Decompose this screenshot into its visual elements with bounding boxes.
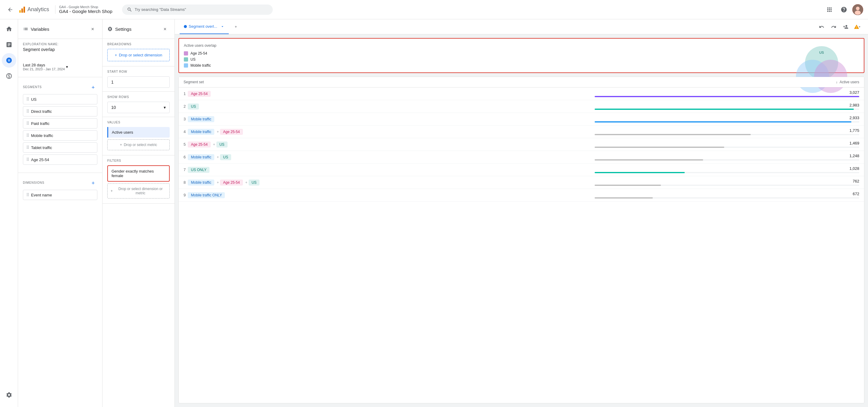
- drag-dots-icon: ⠿: [26, 121, 29, 126]
- segment-chip[interactable]: ⠿Paid traffic: [23, 118, 97, 128]
- warning-button[interactable]: [852, 22, 863, 32]
- chart-area: Active users overlap Age 25-54 US Mobile…: [179, 38, 864, 73]
- bar-container: [595, 172, 859, 173]
- main-content: Segment overl... +: [175, 19, 868, 407]
- drag-dots-icon: ⠿: [26, 133, 29, 138]
- filter-chip[interactable]: Gender exactly matches female: [107, 165, 170, 182]
- sidebar-explore-icon[interactable]: [2, 53, 16, 67]
- start-row-section: START ROW: [102, 66, 175, 92]
- property-sub: GA4 - Google Merch Shop: [59, 5, 113, 9]
- table-row[interactable]: 6 Mobile traffic+US 1,248: [179, 151, 864, 164]
- variables-title: Variables: [23, 26, 49, 32]
- property-selector[interactable]: GA4 - Google Merch Shop GA4 - Google Mer…: [55, 5, 113, 14]
- metric-cell: 1,775: [590, 125, 864, 138]
- table-row[interactable]: 9 Mobile traffic ONLY 672: [179, 189, 864, 202]
- app-logo: Analytics: [19, 6, 49, 13]
- drag-dots-icon: ⠿: [26, 157, 29, 162]
- segment-cell: 2 US: [179, 100, 590, 113]
- segment-chip[interactable]: ⠿Age 25-54: [23, 154, 97, 165]
- bar-container: [595, 159, 859, 161]
- segment-badge: US: [220, 154, 231, 160]
- segment-cell: 1 Age 25-54: [179, 87, 590, 100]
- dimension-chip[interactable]: ⠿Event name: [23, 190, 97, 200]
- drop-dim-metric-zone[interactable]: + Drop or select dimension or metric: [107, 183, 170, 199]
- table-row[interactable]: 5 Age 25-54+US 1,469: [179, 138, 864, 151]
- show-rows-select[interactable]: 10 ▾: [107, 102, 170, 113]
- chart-legend: Age 25-54 US Mobile traffic: [184, 51, 859, 67]
- col-metric-header[interactable]: ↓ Active users: [590, 77, 864, 87]
- settings-title: Settings: [107, 26, 131, 32]
- tab-segment-overlap[interactable]: Segment overl...: [180, 19, 229, 34]
- tab-dot-icon: [184, 25, 187, 28]
- drag-dots-icon: ⠿: [26, 193, 29, 197]
- undo-button[interactable]: [816, 22, 827, 32]
- segment-badge: Mobile traffic ONLY: [188, 192, 225, 198]
- add-user-button[interactable]: [840, 22, 851, 32]
- settings-close-button[interactable]: ✕: [160, 24, 170, 34]
- redo-button[interactable]: [828, 22, 839, 32]
- bar-fill: [595, 159, 703, 161]
- dimensions-label: DIMENSIONS: [23, 181, 44, 184]
- bar-fill: [595, 134, 751, 135]
- legend-color-mobile: [184, 63, 188, 67]
- search-area[interactable]: Try searching "Data Streams": [122, 4, 273, 15]
- exploration-label: EXPLORATION NAME:: [23, 42, 97, 46]
- segment-badge: US: [249, 179, 260, 185]
- variables-header: Variables ✕: [18, 19, 102, 39]
- table-area: Segment set ↓ Active users 1 Age 25-54 3…: [179, 77, 864, 403]
- top-nav: Analytics GA4 - Google Merch Shop GA4 - …: [0, 0, 868, 19]
- filters-section: FILTERS Gender exactly matches female + …: [102, 155, 175, 204]
- segment-cell: 9 Mobile traffic ONLY: [179, 189, 590, 202]
- sidebar-reports-icon[interactable]: [2, 37, 16, 52]
- segment-chip[interactable]: ⠿Tablet traffic: [23, 142, 97, 153]
- table-row[interactable]: 3 Mobile traffic 2,933: [179, 113, 864, 125]
- sidebar-home-icon[interactable]: [2, 22, 16, 36]
- segment-badge: US ONLY: [188, 167, 210, 173]
- bar-fill: [595, 96, 859, 97]
- bar-fill: [595, 185, 661, 186]
- segment-badge: Age 25-54: [188, 142, 210, 148]
- table-row[interactable]: 4 Mobile traffic+Age 25-54 1,775: [179, 125, 864, 138]
- back-button[interactable]: [5, 4, 16, 15]
- legend-item-age: Age 25-54: [184, 51, 859, 56]
- values-section: VALUES Active users + Drop or select met…: [102, 117, 175, 155]
- exploration-name: Segment overlap: [23, 47, 97, 52]
- drop-dimension-zone[interactable]: + Drop or select dimension: [107, 49, 170, 61]
- segment-chip[interactable]: ⠿Direct traffic: [23, 106, 97, 116]
- segment-chip[interactable]: ⠿Mobile traffic: [23, 130, 97, 141]
- bar-fill: [595, 172, 684, 173]
- app-title: Analytics: [27, 6, 49, 13]
- date-range-sub: Dec 21, 2023 - Jan 17, 2024: [23, 67, 65, 71]
- svg-text:US: US: [819, 51, 824, 54]
- segment-chip[interactable]: ⠿US: [23, 94, 97, 105]
- nav-actions: [824, 4, 863, 16]
- user-avatar[interactable]: [852, 4, 863, 15]
- col-segment-header: Segment set: [179, 77, 590, 87]
- variables-close-button[interactable]: ✕: [88, 24, 97, 34]
- start-row-input[interactable]: [107, 76, 170, 88]
- metric-cell: 762: [590, 176, 864, 189]
- table-row[interactable]: 7 US ONLY 1,028: [179, 164, 864, 176]
- apps-icon[interactable]: [824, 4, 835, 16]
- sidebar-settings-icon[interactable]: [2, 388, 16, 402]
- active-users-value-chip[interactable]: Active users: [107, 127, 170, 138]
- sidebar-advertising-icon[interactable]: [2, 69, 16, 83]
- dimensions-section: DIMENSIONS + ⠿Event name: [18, 175, 102, 205]
- table-row[interactable]: 8 Mobile traffic+Age 25-54+US 762: [179, 176, 864, 189]
- help-icon[interactable]: [838, 4, 850, 16]
- date-range-chevron-icon: ▾: [66, 64, 68, 69]
- add-dimension-button[interactable]: +: [89, 179, 97, 187]
- bar-container: [595, 147, 859, 148]
- table-row[interactable]: 2 US 2,983: [179, 100, 864, 113]
- left-sidebar: [0, 19, 18, 407]
- add-tab-button[interactable]: +: [231, 22, 241, 32]
- segment-cell: 5 Age 25-54+US: [179, 138, 590, 151]
- segments-label: SEGMENTS: [23, 85, 42, 89]
- table-row[interactable]: 1 Age 25-54 3,027: [179, 87, 864, 100]
- segments-section: SEGMENTS + ⠿US⠿Direct traffic⠿Paid traff…: [18, 80, 102, 170]
- date-range-selector[interactable]: Last 28 days Dec 21, 2023 - Jan 17, 2024…: [23, 63, 97, 71]
- settings-header: Settings ✕: [102, 19, 175, 39]
- drag-dots-icon: ⠿: [26, 145, 29, 150]
- drop-metric-zone[interactable]: + Drop or select metric: [107, 139, 170, 150]
- add-segment-button[interactable]: +: [89, 83, 97, 92]
